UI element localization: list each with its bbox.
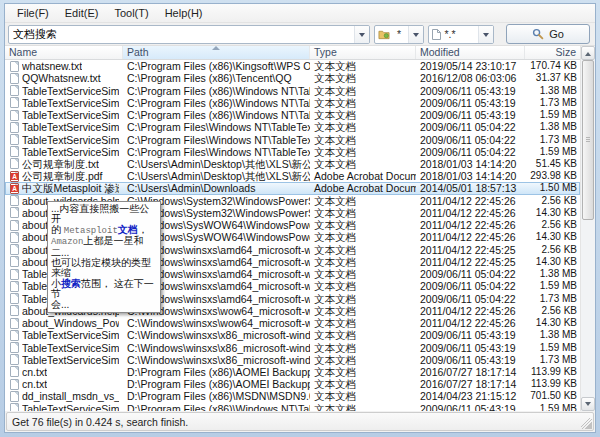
table-row[interactable]: about_Windows_PowerSh... C:\Windows\wins… bbox=[5, 317, 580, 329]
file-modified: 2016/12/08 06:03:06 bbox=[416, 72, 525, 84]
tooltip-text: 会... bbox=[51, 299, 69, 310]
vertical-scrollbar[interactable] bbox=[580, 46, 595, 411]
table-row[interactable]: TableTextServiceSimplifie... C:\Program … bbox=[5, 97, 580, 109]
table-row[interactable]: cn.txt D:\Program Files (x86)\AOMEI Back… bbox=[5, 378, 580, 390]
table-row[interactable]: TableTextServiceSimplifie... C:\Program … bbox=[5, 146, 580, 158]
file-size: 1.59 MB bbox=[525, 146, 580, 158]
table-row[interactable]: TableTextServiceSimplifie... C:\Windows\… bbox=[5, 354, 580, 366]
menu-item-file[interactable]: File(F) bbox=[9, 5, 57, 22]
file-path: C:\Windows\winsxs\x86_microsoft-windows-… bbox=[123, 354, 310, 366]
txt-file-icon bbox=[10, 379, 19, 390]
file-name: cn.txt bbox=[22, 366, 47, 378]
tooltip-text: 的 bbox=[51, 224, 64, 235]
file-size: 1.38 MB bbox=[525, 268, 580, 280]
file-name: cn.txt bbox=[22, 378, 47, 390]
file-modified: 2014/04/23 21:15:12 bbox=[416, 390, 525, 402]
file-type: 文本文档 bbox=[310, 244, 416, 256]
file-name: 公司规章制度.txt bbox=[22, 158, 99, 170]
menu-item-tool[interactable]: Tool(T) bbox=[106, 5, 156, 22]
resize-grip[interactable] bbox=[581, 418, 592, 429]
file-type: 文本文档 bbox=[310, 231, 416, 243]
column-header-path[interactable]: Path bbox=[123, 46, 310, 59]
file-size: 14.30 KB bbox=[525, 256, 580, 268]
column-header-modified[interactable]: Modified bbox=[416, 46, 525, 59]
search-icon bbox=[532, 28, 544, 40]
table-row[interactable]: whatsnew.txt C:\Program Files (x86)\King… bbox=[5, 60, 580, 72]
go-button[interactable]: Go bbox=[506, 24, 590, 44]
filetype-filter-dropdown[interactable] bbox=[478, 26, 493, 43]
file-name: TableTextServiceSimplifie... bbox=[22, 354, 119, 366]
search-input[interactable] bbox=[9, 26, 354, 43]
file-type: 文本文档 bbox=[310, 342, 416, 354]
scroll-down-button[interactable] bbox=[581, 397, 595, 411]
menu-item-edit[interactable]: Edit(E) bbox=[57, 5, 107, 22]
scroll-up-button[interactable] bbox=[581, 46, 595, 60]
txt-file-icon bbox=[10, 232, 19, 243]
txt-file-icon bbox=[10, 305, 19, 316]
txt-file-icon bbox=[10, 366, 19, 377]
folder-filter-combo[interactable]: * bbox=[374, 25, 424, 44]
file-size: 51.45 KB bbox=[525, 158, 580, 170]
txt-file-icon bbox=[10, 207, 19, 218]
file-name: TableTextServiceSimplifie... bbox=[22, 403, 119, 411]
scrollbar-grip-icon bbox=[586, 137, 590, 142]
scrollbar-thumb[interactable] bbox=[582, 60, 594, 220]
txt-file-icon bbox=[10, 403, 19, 411]
file-path: D:\Program Files (x86)\MSDN\MSDN9.0\MSD.… bbox=[123, 390, 310, 402]
pdf-file-icon bbox=[10, 183, 19, 194]
scrollbar-track[interactable] bbox=[581, 220, 595, 397]
file-size: 113.99 KB bbox=[525, 366, 580, 378]
file-path: D:\Program Files (x86)\Windows NT\TableT… bbox=[123, 403, 310, 411]
chevron-down-icon bbox=[483, 33, 489, 40]
file-modified: 2009/06/11 05:43:19 bbox=[416, 329, 525, 341]
sort-ascending-icon bbox=[212, 46, 220, 50]
app-window: File(F)Edit(E)Tool(T)Help(H) * bbox=[0, 0, 600, 437]
table-row[interactable]: TableTextServiceSimplifie... C:\Windows\… bbox=[5, 341, 580, 353]
table-row[interactable]: TableTextServiceSimplifie... C:\Program … bbox=[5, 109, 580, 121]
table-row[interactable]: 公司规章制度.pdf C:\Users\Admin\Desktop\其他\XLS… bbox=[5, 170, 580, 182]
file-size: 2.56 KB bbox=[525, 244, 580, 256]
file-path: C:\Program Files (x86)\Windows NT\TableT… bbox=[123, 109, 310, 121]
txt-file-icon bbox=[10, 391, 19, 402]
txt-file-icon bbox=[10, 342, 19, 353]
file-modified: 2011/04/12 22:45:25 bbox=[416, 244, 525, 256]
table-row[interactable]: TableTextServiceSimplifie... D:\Program … bbox=[5, 403, 580, 411]
file-modified: 2014/05/01 18:57:13 bbox=[416, 182, 525, 194]
file-modified: 2011/04/12 22:45:26 bbox=[416, 219, 525, 231]
table-row[interactable]: TableTextServiceSimplifie... C:\Windows\… bbox=[5, 329, 580, 341]
txt-file-icon bbox=[10, 97, 19, 108]
table-row[interactable]: TableTextServiceSimplifie... C:\Program … bbox=[5, 133, 580, 145]
file-size: 31.37 KB bbox=[525, 72, 580, 84]
column-header-type[interactable]: Type bbox=[310, 46, 416, 59]
txt-file-icon bbox=[10, 158, 19, 169]
search-dropdown-button[interactable] bbox=[354, 26, 369, 43]
column-header-name[interactable]: Name bbox=[5, 46, 123, 59]
table-row[interactable]: cn.txt D:\Program Files (x86)\AOMEI Back… bbox=[5, 366, 580, 378]
folder-filter-dropdown[interactable] bbox=[408, 26, 423, 43]
file-size: 1.59 MB bbox=[525, 342, 580, 354]
file-size: 1.50 MB bbox=[525, 182, 580, 194]
filetype-filter-combo[interactable]: *.* bbox=[428, 25, 494, 44]
file-name: TableTextServiceSimplifie... bbox=[22, 342, 119, 354]
table-row[interactable]: TableTextServiceSimplifie... C:\Program … bbox=[5, 121, 580, 133]
file-size: 1.59 MB bbox=[525, 403, 580, 411]
txt-file-icon bbox=[10, 73, 19, 84]
file-type: 文本文档 bbox=[310, 366, 416, 378]
file-size: 1.38 MB bbox=[525, 121, 580, 133]
file-modified: 2009/06/11 05:43:19 bbox=[416, 97, 525, 109]
table-row[interactable]: 公司规章制度.txt C:\Users\Admin\Desktop\其他\XLS… bbox=[5, 158, 580, 170]
tooltip-highlight: 搜索 bbox=[61, 278, 81, 289]
column-header-path-label: Path bbox=[127, 46, 149, 58]
menu-item-help[interactable]: Help(H) bbox=[157, 5, 211, 22]
file-type: 文本文档 bbox=[310, 134, 416, 146]
status-bar: Get 76 file(s) in 0.424 s, search finish… bbox=[6, 412, 594, 431]
file-name: TableTextServiceSimplifie... bbox=[22, 146, 119, 158]
table-row-selected[interactable]: 中文版Metasploit 渗透测试... C:\Users\Admin\Dow… bbox=[5, 182, 580, 194]
table-row[interactable]: TableTextServiceSimplifie... C:\Program … bbox=[5, 84, 580, 96]
table-row[interactable]: dd_install_msdn_vs_90.txt D:\Program Fil… bbox=[5, 390, 580, 402]
column-header-size[interactable]: Size bbox=[525, 46, 580, 59]
status-text: Get 76 file(s) in 0.424 s, search finish… bbox=[12, 416, 188, 428]
txt-file-icon bbox=[10, 330, 19, 341]
table-row[interactable]: QQWhatsnew.txt C:\Program Files (x86)\Te… bbox=[5, 72, 580, 84]
file-type: 文本文档 bbox=[310, 85, 416, 97]
